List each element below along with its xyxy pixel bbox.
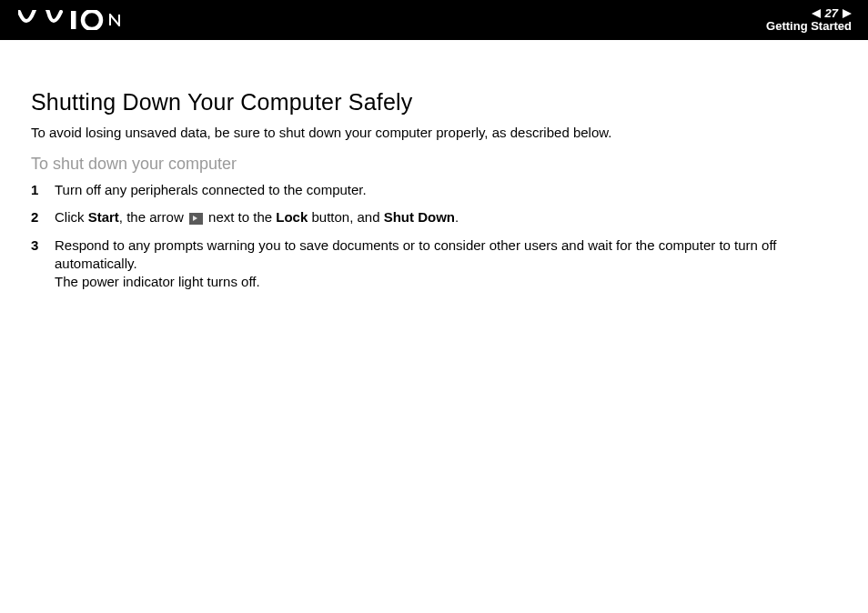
step-number: 1	[31, 181, 55, 199]
section-label: Getting Started	[766, 20, 852, 33]
nav-next-icon[interactable]	[843, 9, 852, 18]
page-title: Shutting Down Your Computer Safely	[31, 89, 837, 116]
list-item: 2 Click Start, the arrow next to the Loc…	[31, 208, 837, 226]
header: 27 Getting Started	[0, 0, 868, 40]
step-text: Click Start, the arrow next to the Lock …	[55, 208, 837, 226]
vaio-logo	[18, 0, 120, 40]
header-right: 27 Getting Started	[766, 7, 852, 34]
n-letter-icon	[109, 14, 120, 26]
list-item: 1 Turn off any peripherals connected to …	[31, 181, 837, 199]
page-number: 27	[823, 7, 841, 20]
step-number: 3	[31, 236, 55, 255]
svg-rect-0	[71, 11, 76, 29]
step-text: Respond to any prompts warning you to sa…	[55, 236, 837, 292]
intro-text: To avoid losing unsaved data, be sure to…	[31, 125, 837, 140]
arrow-right-icon	[189, 213, 203, 225]
step-number: 2	[31, 208, 55, 226]
content: Shutting Down Your Computer Safely To av…	[0, 40, 868, 291]
svg-point-1	[83, 11, 101, 29]
vaio-logo-svg	[18, 10, 104, 30]
list-item: 3 Respond to any prompts warning you to …	[31, 236, 837, 292]
nav-prev-icon[interactable]	[812, 9, 821, 18]
step-text: Turn off any peripherals connected to th…	[55, 181, 837, 199]
page-nav: 27	[812, 7, 852, 20]
subheading: To shut down your computer	[31, 155, 837, 174]
step-list: 1 Turn off any peripherals connected to …	[31, 181, 837, 291]
